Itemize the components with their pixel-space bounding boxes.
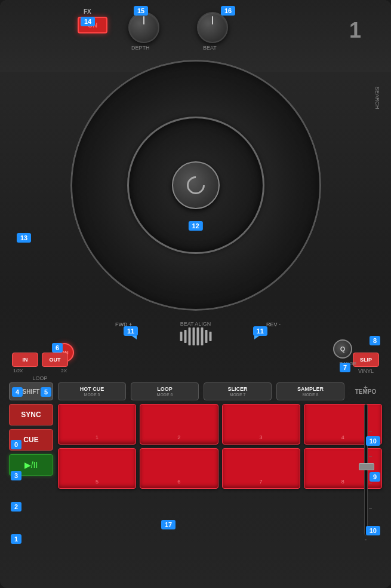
annotation-8: 8 (370, 336, 380, 345)
play-pause-button[interactable]: ▶/II (9, 454, 53, 476)
fx-on-button[interactable]: ON (78, 17, 107, 33)
beat-fwd-arrow[interactable] (128, 327, 137, 339)
pad-6[interactable]: 6 (140, 448, 218, 489)
jog-area (18, 57, 373, 314)
beat-bar-7 (205, 330, 207, 343)
pad-1[interactable]: 1 (58, 404, 136, 445)
beat-bar-6 (201, 327, 203, 345)
beat-rev-arrow[interactable] (254, 327, 263, 339)
q-button[interactable]: Q (333, 339, 352, 359)
beat-label: BEAT (203, 45, 217, 51)
pads-bottom-row: 5 6 7 8 (58, 448, 382, 489)
depth-label: DEPTH (131, 45, 150, 51)
slip-button[interactable]: SLIP (353, 353, 379, 367)
beat-bar-5 (196, 327, 199, 345)
loop-out-button[interactable]: OUT (42, 353, 68, 367)
loop-half-label: 1/2X (13, 368, 23, 373)
beat-align-rev-label: REV - (266, 321, 281, 327)
loop-in-button[interactable]: IN (12, 353, 38, 367)
tempo-section: + - (349, 381, 382, 561)
cue-button[interactable]: CUE (9, 429, 53, 451)
slicer-mode-button[interactable]: SLICER MODE 7 (204, 382, 272, 400)
bottom-section: SHIFT HOT CUE MODE 5 LOOP MODE 6 SLICER … (0, 376, 391, 588)
tempo-tick-2 (369, 457, 372, 457)
tempo-tick-3 (369, 483, 372, 483)
beat-bar-1 (180, 332, 182, 341)
mode-buttons-row: SHIFT HOT CUE MODE 5 LOOP MODE 6 SLICER … (9, 382, 382, 400)
tempo-minus-label: - (365, 535, 367, 544)
sampler-mode-button[interactable]: SAMPLER MODE 8 (276, 382, 344, 400)
beat-bar-8 (209, 332, 211, 341)
shift-button[interactable]: SHIFT (9, 382, 53, 400)
transport-column: SYNC CUE ▶/II (9, 404, 53, 489)
beat-knob[interactable] (197, 12, 228, 43)
tempo-plus-label: + (364, 384, 368, 392)
fx-label: FX (84, 8, 91, 15)
sync-button[interactable]: SYNC (9, 404, 53, 425)
beat-align-center-label: BEAT ALIGN (180, 321, 211, 327)
beat-bar-4 (192, 327, 195, 345)
vinyl-section: SLIP VINYL (353, 353, 379, 374)
tempo-slider-thumb[interactable] (359, 463, 374, 470)
hot-cue-mode-button[interactable]: HOT CUE MODE 5 (58, 382, 126, 400)
loop-mode-button[interactable]: LOOP MODE 6 (131, 382, 199, 400)
beat-align-bars (180, 327, 211, 345)
dj-controller: FX ON DEPTH BEAT 1 SEARCH FWD + REV - BE… (0, 0, 391, 588)
depth-knob[interactable] (128, 12, 159, 43)
jog-texture (70, 60, 321, 311)
vinyl-label: VINYL (353, 368, 379, 374)
pad-7[interactable]: 7 (222, 448, 300, 489)
jog-center-logo (183, 173, 208, 198)
tempo-slider-track (364, 404, 368, 535)
pad-5[interactable]: 5 (58, 448, 136, 489)
pad-3[interactable]: 3 (222, 404, 300, 445)
loop-two-label: 2X (61, 368, 67, 373)
pad-2[interactable]: 2 (140, 404, 218, 445)
beat-bar-3 (188, 327, 190, 345)
deck-number: 1 (349, 18, 361, 43)
tempo-tick-4 (369, 509, 372, 509)
transport-pads-row: SYNC CUE ▶/II 1 2 3 4 5 6 7 8 (9, 404, 382, 489)
pads-container: 1 2 3 4 5 6 7 8 (58, 404, 382, 489)
range-label: RANGE (340, 361, 356, 366)
jog-inner-platter[interactable] (127, 117, 264, 254)
beat-align-fwd-label: FWD + (115, 321, 132, 327)
search-label: SEARCH (374, 87, 380, 109)
pads-top-row: 1 2 3 4 (58, 404, 382, 445)
tempo-tick-1 (369, 431, 372, 431)
beat-bar-2 (184, 330, 186, 343)
jog-outer-ring[interactable] (70, 60, 321, 311)
jog-center-button[interactable] (172, 161, 220, 209)
